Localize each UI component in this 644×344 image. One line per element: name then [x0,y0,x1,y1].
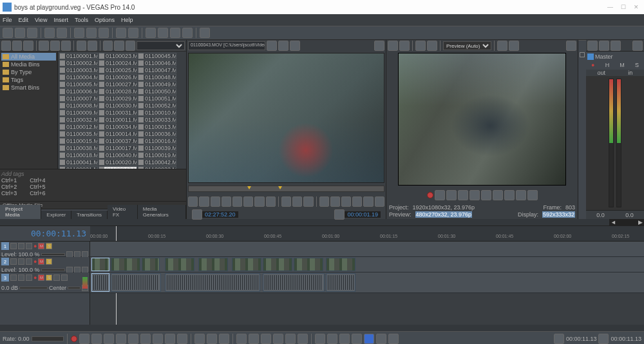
preview-video[interactable] [398,53,566,186]
clip-item[interactable]: 01100014.MOV [99,131,137,137]
video-event[interactable] [198,258,228,271]
auto-ripple-button[interactable] [158,28,168,38]
trimmer-path[interactable]: 01100043.MOV [C:\Users\jscott\Videos\Boy… [188,41,265,50]
menu-edit[interactable]: Edit [19,17,29,23]
trimmer-history-button[interactable] [267,41,277,51]
automation-icon-3[interactable] [26,274,32,281]
solo-button-3[interactable]: S [46,274,52,281]
preview-device-button[interactable] [388,41,398,51]
clip-item[interactable]: 01100029.MOV [99,95,137,102]
pause-button[interactable] [211,196,220,207]
quantize-button[interactable] [182,28,193,38]
import-media-button[interactable] [1,41,11,51]
refresh-button[interactable] [88,41,97,51]
clip-item[interactable]: 01100007.MOV [59,95,98,102]
close-button[interactable]: ✕ [634,4,639,10]
mark-in-button[interactable] [319,196,329,207]
pan-slider[interactable] [68,287,80,289]
menu-tools[interactable]: Tools [75,17,88,23]
level-slider-2[interactable] [41,269,65,271]
bot-pause-button[interactable] [116,334,126,344]
new-project-button[interactable] [3,28,13,38]
lock-icon[interactable] [580,52,585,57]
paste-button[interactable] [99,28,109,38]
bypass-fx-icon-2[interactable] [10,258,17,265]
tree-tags[interactable]: Tags [1,76,56,84]
go-start-button[interactable] [232,196,242,207]
copy-button[interactable] [86,28,97,38]
save-markers-button[interactable] [352,196,362,207]
clip-item[interactable]: 01100002.MOV [59,60,98,66]
clip-item[interactable]: 01100047.MOV [138,67,176,73]
tag-ctrl-5[interactable]: Ctrl+5 [30,184,45,190]
bot-tc[interactable]: 00:00:11.13 [566,336,597,342]
bot-prev-frame-button[interactable] [165,334,175,344]
auto-crossfade-button[interactable] [170,28,180,38]
track-header-2[interactable]: 2 ● M S Level: 100.0 % [0,257,90,272]
prev-go-end-button[interactable] [504,190,515,200]
prev-go-start-button[interactable] [493,190,503,200]
clip-item[interactable]: 01100037.MOV [99,138,137,144]
clip-item[interactable]: 01100020.MOV [99,159,137,166]
audio-event[interactable] [326,273,355,292]
arm-record-icon[interactable] [10,274,17,281]
hscroll-left[interactable]: ◄ [611,219,616,225]
track-lane-3[interactable] [90,272,644,292]
dim-button[interactable] [611,41,621,51]
clip-item[interactable]: 01100030.MOV [99,102,137,109]
clip-item[interactable]: 01100005.MOV [59,81,98,88]
undo-button[interactable] [116,28,126,38]
timeline-cursor[interactable] [116,226,117,241]
record-button[interactable] [427,192,433,198]
tag-ctrl-2[interactable]: Ctrl+2 [1,184,17,190]
track-lane-1[interactable] [90,242,644,256]
prev-prev-frame-button[interactable] [516,190,526,200]
clip-item[interactable]: 01100041.MOV [59,159,98,166]
clip-item[interactable]: 01100015.MOV [59,138,98,144]
prev-stop-button[interactable] [481,190,491,200]
video-event[interactable] [294,258,323,271]
audio-event[interactable] [111,273,161,292]
timeline-scrollbar[interactable] [0,325,644,331]
automation-icon[interactable] [26,243,32,249]
video-event[interactable] [263,258,292,271]
bot-tc-2[interactable]: 00:00:11.13 [611,336,641,342]
preview-close-button[interactable] [566,41,576,51]
automation-icon-2[interactable] [26,258,32,265]
snap-button[interactable] [146,28,156,38]
clip-item[interactable]: 01100040.MOV [99,152,137,158]
menu-options[interactable]: Options [95,17,115,23]
clip-item[interactable]: 01100026.MOV [99,74,137,81]
tab-project-media[interactable]: Project Media [0,205,41,219]
bot-stop-button[interactable] [128,334,138,344]
rate-scrub[interactable] [32,336,64,341]
phase-button[interactable] [53,274,60,281]
media-tree[interactable]: All MediaMedia BinsBy TypeTagsSmart Bins [0,52,58,169]
trimmer-video[interactable] [188,53,384,183]
trimmer-sort-button[interactable] [290,41,300,51]
clip-item[interactable]: 01100024.MOV [99,60,137,66]
track-header-1[interactable]: 1 ● M S Level: 100.0 % [0,242,90,256]
mute-button-3[interactable]: M [38,274,44,281]
help-button[interactable] [200,28,210,38]
play-button[interactable] [199,196,209,207]
add-tags-label[interactable]: Add tags [1,171,185,177]
track-lane-2[interactable] [90,257,644,272]
tree-smart-bins[interactable]: Smart Bins [1,84,56,91]
save-project-button[interactable] [27,28,37,38]
clip-item[interactable]: 01100023.MOV [99,53,137,59]
capture-button[interactable] [12,41,22,51]
video-event[interactable] [142,258,160,271]
video-event[interactable] [232,258,261,271]
next-frame-button[interactable] [266,196,276,207]
tag-ctrl-1[interactable]: Ctrl+1 [1,177,17,184]
bot-play-start-button[interactable] [91,334,102,344]
tag-ctrl-4[interactable]: Ctrl+4 [30,177,45,184]
prev-loop-button[interactable] [435,190,445,200]
clip-item[interactable]: 01100036.MOV [138,131,176,137]
clip-item[interactable]: 01100051.MOV [138,95,176,102]
cd-track-tool[interactable] [352,334,362,344]
add-to-timeline-button[interactable] [281,196,291,207]
prev-play-button[interactable] [458,190,468,200]
clip-item[interactable]: 01100006.MOV [59,88,98,95]
